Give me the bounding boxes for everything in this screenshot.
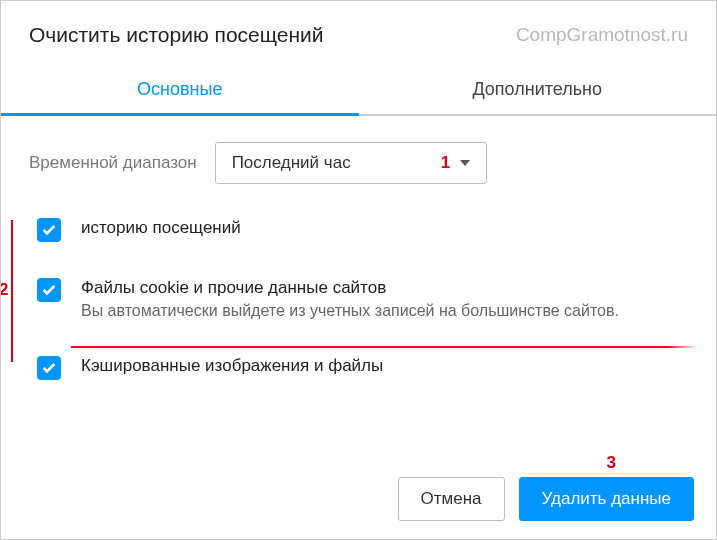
annotation-2: 2 bbox=[0, 280, 8, 300]
option-cookies-label: Файлы cookie и прочие данные сайтов bbox=[81, 278, 619, 298]
cancel-button[interactable]: Отмена bbox=[398, 477, 505, 521]
watermark: CompGramotnost.ru bbox=[516, 24, 688, 46]
option-cache-label: Кэшированные изображения и файлы bbox=[81, 356, 383, 376]
checkbox-history[interactable] bbox=[37, 218, 61, 242]
time-range-select[interactable]: Последний час 1 bbox=[215, 142, 487, 184]
option-history-label: историю посещений bbox=[81, 218, 241, 238]
check-icon bbox=[41, 282, 57, 298]
tab-bar: Основные Дополнительно bbox=[1, 65, 716, 116]
annotation-underline bbox=[71, 346, 698, 348]
time-range-value: Последний час bbox=[232, 153, 351, 173]
annotation-3: 3 bbox=[607, 453, 616, 473]
chevron-down-icon bbox=[460, 160, 470, 166]
check-icon bbox=[41, 360, 57, 376]
check-icon bbox=[41, 222, 57, 238]
checkbox-cookies[interactable] bbox=[37, 278, 61, 302]
tab-advanced[interactable]: Дополнительно bbox=[359, 65, 717, 114]
option-cookies-sub: Вы автоматически выйдете из учетных запи… bbox=[81, 302, 619, 320]
tab-basic[interactable]: Основные bbox=[1, 65, 359, 114]
checkbox-cache[interactable] bbox=[37, 356, 61, 380]
dialog-title: Очистить историю посещений bbox=[29, 23, 324, 47]
time-range-label: Временной диапазон bbox=[29, 153, 197, 173]
annotation-bracket bbox=[11, 220, 13, 362]
annotation-1: 1 bbox=[441, 153, 450, 173]
clear-data-button[interactable]: Удалить данные bbox=[519, 477, 694, 521]
